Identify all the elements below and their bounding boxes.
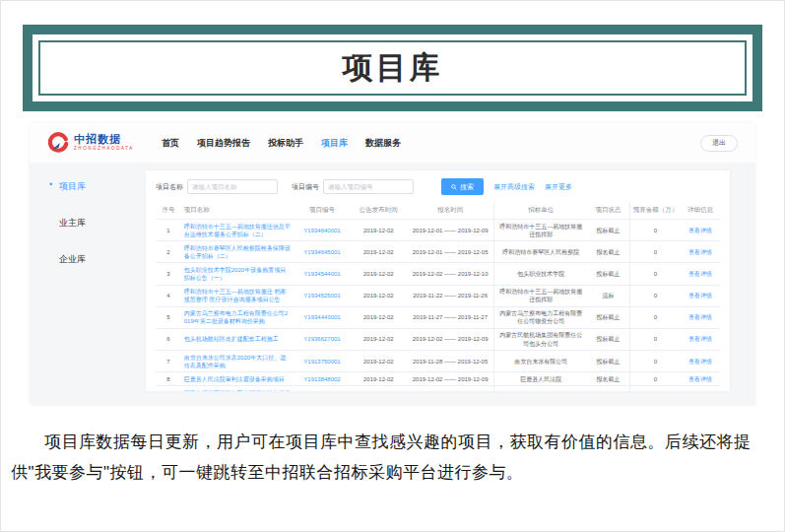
cell-project-name-link[interactable]: 包头机场航站区改扩建配套工程施工 — [181, 328, 294, 350]
cell-project-name-link[interactable]: 国家电投江苏海运有限公司锅炉检修维保服务项目 — [181, 386, 294, 391]
active-bullet-icon: • — [49, 179, 52, 189]
logo-text: 中招数据 ZHONGZHAODATA — [74, 134, 134, 152]
column-header: 报名时间 — [407, 202, 494, 220]
cell-tender-unit: 包头职业技术学院 — [494, 263, 588, 285]
cell-budget: 0 — [629, 285, 681, 306]
page: 项目库 中招数据 ZHONGZHAODATA 首页项目趋势报告投标助手项目库数据… — [0, 0, 785, 532]
view-detail-link[interactable]: 查看详情 — [681, 328, 720, 350]
cell-project-code-link[interactable]: Y1934544001 — [294, 263, 350, 285]
logo[interactable]: 中招数据 ZHONGZHAODATA — [47, 132, 134, 154]
view-detail-link[interactable]: 查看详情 — [681, 220, 720, 241]
cell-project-name-link[interactable]: 包头职业技术学院2020年设备购置项目招标公告（一） — [181, 263, 294, 285]
cell-index: 2 — [156, 241, 181, 263]
column-header: 公告发布时间 — [351, 202, 407, 220]
table-row: 4呼和浩特市十三五—易地扶贫搬迁 档案规范整理 医疗设计咨询服务项目公告Y193… — [156, 285, 720, 306]
cell-project-status: 报名截止 — [587, 241, 629, 263]
cell-project-status: 流标 — [587, 285, 629, 306]
expand-more-link[interactable]: 展开更多 — [545, 182, 572, 192]
cell-signup-time: 2019-11-22 —— 2019-11-28 — [407, 386, 494, 391]
cell-budget: 0 — [629, 372, 681, 386]
expand-advanced-search-link[interactable]: 展开高级搜索 — [493, 182, 535, 192]
cell-project-code-link[interactable]: Y1934645001 — [294, 241, 350, 263]
nav-item[interactable]: 项目趋势报告 — [197, 137, 250, 150]
cell-index: 7 — [156, 351, 181, 372]
table-row: 1呼和浩特市十三五—易地扶贫搬迁信息平台运维技术服务公开招标（二）Y193464… — [156, 220, 720, 241]
view-detail-link[interactable]: 查看详情 — [681, 241, 720, 263]
cell-project-code-link[interactable]: Y1936627001 — [294, 328, 350, 350]
project-name-input[interactable] — [187, 179, 278, 194]
cell-tender-unit: 巨鹿县人民法院 — [494, 372, 588, 386]
cell-signup-time: 2019-12-02 —— 2019-12-10 — [407, 263, 494, 285]
cell-index: 1 — [156, 220, 181, 241]
cell-project-status: 报名截止 — [587, 372, 629, 386]
view-detail-link[interactable]: 查看详情 — [681, 386, 720, 391]
cell-index: 5 — [156, 306, 181, 328]
cell-budget: 0 — [629, 386, 681, 391]
cell-publish-time: 2019-12-02 — [351, 372, 407, 386]
cell-project-code-link[interactable]: Y1934640001 — [294, 220, 350, 241]
search-button-label: 搜索 — [460, 182, 474, 192]
cell-project-status: 投标截止 — [587, 328, 629, 350]
view-detail-link[interactable]: 查看详情 — [681, 372, 720, 386]
table-row: 8巨鹿县人民法院审判法庭设备采购项目Y19138480022019-12-022… — [156, 372, 720, 386]
cell-project-name-link[interactable]: 呼和浩特市赛罕区人民检察院检务保障设备公开招标（二） — [181, 241, 294, 263]
cell-project-code-link[interactable]: Y1937400111 — [294, 386, 350, 391]
cell-index: 4 — [156, 285, 181, 306]
cell-signup-time: 2019-12-01 —— 2019-12-09 — [407, 220, 494, 241]
cell-publish-time: 2019-12-02 — [351, 285, 407, 306]
app-body: •项目库业主库企业库 项目名称 项目编号 搜索 展开高级搜索 展开更多 序号项目… — [30, 163, 755, 405]
table-row: 6包头机场航站区改扩建配套工程施工Y19366270012019-12-0220… — [156, 328, 720, 350]
sidebar-item[interactable]: 企业库 — [59, 253, 146, 266]
cell-project-code-link[interactable]: Y1913750001 — [294, 351, 350, 372]
view-detail-link[interactable]: 查看详情 — [681, 263, 720, 285]
cell-project-name-link[interactable]: 内蒙古乌兰察布电力工程有限责任公司2019年第二批设备材料询价采购 — [181, 306, 294, 328]
cell-tender-unit: 呼和浩特市十三五—易地扶贫搬迁指挥部 — [494, 285, 588, 306]
cell-project-name-link[interactable]: 南京自来水公司水表2020年大口径、远传表及配件采购 — [181, 351, 294, 372]
view-detail-link[interactable]: 查看详情 — [681, 285, 720, 306]
cell-index: 8 — [156, 372, 181, 386]
table-row: 7南京自来水公司水表2020年大口径、远传表及配件采购Y191375000120… — [156, 351, 720, 372]
cell-project-name-link[interactable]: 呼和浩特市十三五—易地扶贫搬迁 档案规范整理 医疗设计咨询服务项目公告 — [181, 285, 294, 306]
column-header: 项目名称 — [181, 202, 294, 220]
nav-item[interactable]: 首页 — [162, 137, 179, 150]
view-detail-link[interactable]: 查看详情 — [681, 351, 720, 372]
table-header-row: 序号项目名称项目编号公告发布时间报名时间招标单位项目状态预算金额（万）详细信息 — [156, 202, 720, 220]
table-row: 9国家电投江苏海运有限公司锅炉检修维保服务项目Y19374001112019-1… — [156, 386, 720, 391]
project-code-input[interactable] — [323, 179, 414, 194]
column-header: 详细信息 — [681, 202, 720, 220]
app-header: 中招数据 ZHONGZHAODATA 首页项目趋势报告投标助手项目库数据服务 退… — [30, 123, 755, 163]
cell-budget: 0 — [629, 263, 681, 285]
nav-item[interactable]: 数据服务 — [365, 137, 401, 150]
cell-project-status: 投标截止 — [587, 351, 629, 372]
cell-index: 6 — [156, 328, 181, 350]
sidebar-item-label: 企业库 — [59, 254, 86, 264]
cell-project-status: 投标截止 — [587, 386, 629, 391]
app-screenshot: 中招数据 ZHONGZHAODATA 首页项目趋势报告投标助手项目库数据服务 退… — [30, 123, 755, 405]
cell-project-name-link[interactable]: 呼和浩特市十三五—易地扶贫搬迁信息平台运维技术服务公开招标（二） — [181, 220, 294, 241]
sidebar-item[interactable]: •项目库 — [59, 180, 146, 193]
cell-budget: 0 — [629, 220, 681, 241]
cell-tender-unit: 南京自来水有限公司 — [494, 351, 588, 372]
project-name-label: 项目名称 — [156, 182, 183, 192]
cell-project-code-link[interactable]: Y1934525001 — [294, 285, 350, 306]
cell-budget: 0 — [629, 328, 681, 350]
nav-item[interactable]: 项目库 — [321, 137, 348, 150]
sidebar-item-label: 项目库 — [59, 181, 86, 191]
cell-project-code-link[interactable]: Y1913848002 — [294, 372, 350, 386]
table-row: 3包头职业技术学院2020年设备购置项目招标公告（一）Y193454400120… — [156, 263, 720, 285]
cell-signup-time: 2019-12-01 —— 2019-12-05 — [407, 241, 494, 263]
logout-button[interactable]: 退出 — [700, 135, 738, 152]
cell-tender-unit: 呼和浩特市赛罕区人民检察院 — [494, 241, 588, 263]
sidebar-item[interactable]: 业主库 — [59, 217, 146, 230]
sidebar-menu: •项目库业主库企业库 — [30, 163, 146, 405]
table-row: 2呼和浩特市赛罕区人民检察院检务保障设备公开招标（二）Y193464500120… — [156, 241, 720, 263]
view-detail-link[interactable]: 查看详情 — [681, 306, 720, 328]
cell-index: 9 — [156, 386, 181, 391]
cell-publish-time: 2019-12-02 — [351, 263, 407, 285]
cell-project-code-link[interactable]: Y1934443001 — [294, 306, 350, 328]
page-title: 项目库 — [343, 47, 443, 89]
search-button[interactable]: 搜索 — [441, 178, 484, 195]
cell-project-status: 投标截止 — [587, 220, 629, 241]
cell-project-name-link[interactable]: 巨鹿县人民法院审判法庭设备采购项目 — [181, 372, 294, 386]
nav-item[interactable]: 投标助手 — [268, 137, 303, 150]
